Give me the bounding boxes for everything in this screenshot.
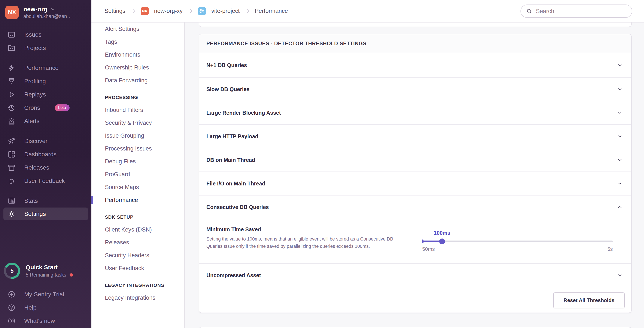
accordion-row-db-on-main-thread[interactable]: DB on Main Thread: [199, 148, 631, 172]
settings-nav-environments[interactable]: Environments: [92, 48, 184, 61]
chevron-right-icon: [131, 9, 135, 13]
settings-nav-security-headers[interactable]: Security Headers: [92, 249, 184, 262]
slider-max-label: 5s: [608, 246, 613, 252]
chevron-down-icon: [617, 181, 622, 186]
accordion-row-large-http-payload[interactable]: Large HTTP Payload: [199, 124, 631, 148]
sidebar-item-label: User Feedback: [24, 178, 65, 184]
settings-nav-group-legacy-integrations: LEGACY INTEGRATIONS: [92, 279, 184, 291]
sidebar-item-alerts[interactable]: Alerts: [0, 114, 92, 128]
search-input[interactable]: [536, 8, 630, 15]
settings-nav-group-sdk-setup: SDK SETUP: [92, 211, 184, 223]
chevron-right-icon: [188, 9, 192, 13]
sidebar-item-label: Dashboards: [24, 151, 56, 158]
breadcrumb-settings[interactable]: Settings: [104, 8, 126, 14]
sidebar-item-stats[interactable]: Stats: [0, 194, 92, 208]
accordion-row-file-io-on-main-thread[interactable]: File I/O on Main Thread: [199, 172, 631, 195]
detector-threshold-panel: PERFORMANCE ISSUES - DETECTOR THRESHOLD …: [199, 34, 632, 313]
sidebar-item-label: Issues: [24, 31, 42, 38]
chevron-down-icon: [617, 62, 622, 68]
settings-nav-security-privacy[interactable]: Security & Privacy: [92, 116, 184, 129]
settings-nav-group-processing: PROCESSING: [92, 92, 184, 104]
sidebar-item-label: Help: [24, 304, 36, 311]
settings-nav-client-keys[interactable]: Client Keys (DSN): [92, 223, 184, 236]
sidebar-item-profiling[interactable]: Profiling: [0, 75, 92, 88]
settings-nav-releases[interactable]: Releases: [92, 236, 184, 249]
next-panel-stub: [199, 327, 632, 328]
accordion-row-label: Large HTTP Payload: [206, 133, 258, 139]
sidebar-item-projects[interactable]: Projects: [0, 41, 92, 55]
accordion-row-slow-db-queries[interactable]: Slow DB Queries: [199, 77, 631, 101]
top-bar: Settings NX new-org-xy vite-project Perf…: [92, 0, 644, 23]
sidebar-item-help[interactable]: Help: [0, 301, 92, 314]
search-box[interactable]: [520, 5, 632, 18]
sidebar-item-releases[interactable]: Releases: [0, 161, 92, 174]
projects-icon: [8, 44, 16, 52]
chevron-down-icon: [617, 157, 622, 163]
slider-handle[interactable]: [439, 239, 445, 244]
sidebar-item-my-sentry-trial[interactable]: My Sentry Trial: [0, 288, 92, 301]
dashboard-icon: [8, 150, 16, 158]
accordion-row-uncompressed-asset[interactable]: Uncompressed Asset: [199, 263, 631, 287]
sidebar-item-user-feedback[interactable]: User Feedback: [0, 174, 92, 188]
main-content: PERFORMANCE ISSUES - DETECTOR THRESHOLD …: [185, 23, 644, 328]
settings-nav-proguard[interactable]: ProGuard: [92, 168, 184, 181]
react-project-icon: [198, 7, 206, 15]
accordion-row-consecutive-db-queries[interactable]: Consecutive DB Queries: [199, 195, 631, 219]
chevron-down-icon: [617, 86, 622, 92]
sidebar-item-discover[interactable]: Discover: [0, 134, 92, 148]
panel-title: PERFORMANCE ISSUES - DETECTOR THRESHOLD …: [199, 34, 631, 53]
slider-track[interactable]: [422, 241, 613, 242]
chevron-down-icon: [50, 7, 55, 12]
chevron-down-icon: [617, 272, 622, 278]
settings-nav-issue-grouping[interactable]: Issue Grouping: [92, 129, 184, 142]
settings-nav-inbound-filters[interactable]: Inbound Filters: [92, 104, 184, 116]
sidebar-item-label: My Sentry Trial: [24, 291, 64, 298]
accordion-row-n-plus-1-db-queries[interactable]: N+1 DB Queries: [199, 53, 631, 77]
accordion-row-label: File I/O on Main Thread: [206, 181, 265, 187]
sidebar-item-dashboards[interactable]: Dashboards: [0, 148, 92, 161]
settings-nav-legacy-integrations[interactable]: Legacy Integrations: [92, 291, 184, 304]
org-badge: NX: [141, 7, 149, 15]
breadcrumb-org[interactable]: new-org-xy: [154, 8, 183, 14]
settings-nav-alert-settings[interactable]: Alert Settings: [92, 23, 184, 35]
settings-nav-ownership-rules[interactable]: Ownership Rules: [92, 61, 184, 74]
sidebar-item-label: Releases: [24, 164, 49, 171]
sidebar-item-crons[interactable]: Crons beta: [0, 101, 92, 114]
chevron-down-icon: [617, 133, 622, 139]
accordion-row-label: N+1 DB Queries: [206, 62, 247, 68]
sidebar-item-settings[interactable]: Settings: [4, 208, 88, 220]
sidebar-item-label: Crons: [24, 104, 40, 111]
quick-start-count: 5: [6, 265, 18, 277]
settings-nav-source-maps[interactable]: Source Maps: [92, 181, 184, 194]
sidebar-item-label: Projects: [24, 45, 46, 51]
search-icon: [526, 8, 532, 14]
sidebar-item-whats-new[interactable]: What's new: [0, 314, 92, 327]
accordion-row-large-render-blocking-asset[interactable]: Large Render Blocking Asset: [199, 101, 631, 124]
profiling-icon: [8, 77, 16, 85]
quick-start-title: Quick Start: [26, 264, 73, 271]
setting-label: Minimum Time Saved: [206, 226, 261, 233]
sidebar-item-label: What's new: [24, 317, 55, 324]
settings-nav-performance[interactable]: Performance: [92, 194, 184, 207]
sidebar-item-issues[interactable]: Issues: [0, 28, 92, 41]
settings-nav-user-feedback[interactable]: User Feedback: [92, 262, 184, 275]
chevron-up-icon: [617, 204, 622, 210]
quick-start[interactable]: 5 Quick Start 5 Remaining tasks: [4, 263, 73, 279]
accordion-row-label: Large Render Blocking Asset: [206, 110, 281, 116]
settings-nav-data-forwarding[interactable]: Data Forwarding: [92, 74, 184, 87]
reset-all-thresholds-button[interactable]: Reset All Thresholds: [553, 292, 625, 308]
settings-nav-processing-issues[interactable]: Processing Issues: [92, 142, 184, 155]
breadcrumb-project[interactable]: vite-project: [211, 8, 240, 14]
sidebar-item-replays[interactable]: Replays: [0, 88, 92, 101]
slider-start-cap: [422, 239, 424, 243]
org-switcher[interactable]: NX new-org abdullah.khan@sen…: [0, 0, 92, 19]
breadcrumb-page[interactable]: Performance: [255, 8, 288, 14]
settings-nav-debug-files[interactable]: Debug Files: [92, 155, 184, 168]
accordion-row-label: DB on Main Thread: [206, 157, 255, 163]
settings-nav-tags[interactable]: Tags: [92, 35, 184, 48]
clock-icon: [8, 104, 16, 112]
sidebar-item-performance[interactable]: Performance: [0, 61, 92, 75]
previous-panel-stub: [199, 23, 632, 27]
trial-icon: [8, 290, 16, 298]
alert-dot: [70, 273, 73, 277]
